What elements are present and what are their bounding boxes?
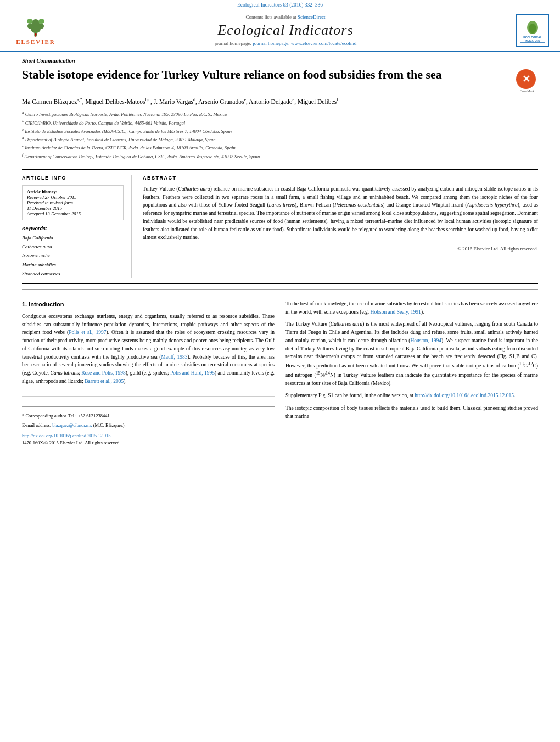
journal-logo-right: ECOLOGICAL INDICATORS [511, 14, 549, 47]
email-label: E-mail address: [22, 422, 51, 428]
elsevier-tree-icon [19, 15, 52, 37]
journal-homepage-line: journal homepage: journal homepage: www.… [60, 41, 511, 46]
houston-1994-link[interactable]: Houston, 1994 [410, 338, 441, 343]
author-email-link[interactable]: blazquez@cibnor.mx [52, 422, 92, 428]
corresponding-asterisk: * [22, 413, 25, 419]
svg-text:INDICATORS: INDICATORS [525, 40, 540, 42]
crossmark-badge: ✕ CrossMark [516, 69, 538, 91]
article-title: Stable isotope evidence for Turkey Vultu… [22, 67, 442, 83]
column-left: 1. Introduction Contiguous ecosystems ex… [22, 300, 275, 449]
journal-logo-icon: ECOLOGICAL INDICATORS [520, 18, 545, 43]
abstract-heading: ABSTRACT [143, 175, 538, 181]
intro-paragraph-2: To the best of our knowledge, the use of… [285, 300, 538, 316]
doi-link-line: http://dx.doi.org/10.1016/j.ecolind.2015… [22, 432, 275, 439]
svg-point-4 [32, 19, 40, 26]
ecological-indicators-logo: ECOLOGICAL INDICATORS [516, 14, 549, 47]
section-divider [22, 289, 538, 290]
affiliation-b: b CIBIO/InBIO, Universidade do Porto, Ca… [22, 119, 538, 127]
article-title-row: Stable isotope evidence for Turkey Vultu… [22, 67, 538, 91]
sciencedirect-link[interactable]: ScienceDirect [298, 14, 325, 20]
history-label: Article history: [27, 189, 119, 194]
author-email-name: (M.C. Blázquez). [93, 422, 126, 428]
article-info-section: ARTICLE INFO Article history: Received 2… [22, 175, 132, 278]
intro-paragraph-3: The Turkey Vulture (Cathartes aura) is t… [285, 320, 538, 387]
journal-homepage-link[interactable]: journal homepage: www.elsevier.com/locat… [253, 41, 356, 46]
svg-text:ECOLOGICAL: ECOLOGICAL [523, 36, 541, 39]
svg-point-5 [27, 19, 33, 24]
article-info-abstract-section: ARTICLE INFO Article history: Received 2… [22, 169, 538, 284]
received-date: Received 27 October 2015 [27, 194, 119, 200]
accepted-date: Accepted 13 December 2015 [27, 211, 119, 216]
intro-paragraph-4: Supplementary Fig. S1 can be found, in t… [285, 392, 538, 400]
journal-title: Ecological Indicators [60, 22, 511, 38]
maulf-1983-link[interactable]: Maulf, 1983 [161, 354, 187, 360]
article-type-label: Short Communication [22, 58, 538, 64]
hobson-sealy-link[interactable]: Hobson and Sealy, 1991 [371, 309, 421, 315]
main-content: 1. Introduction Contiguous ecosystems ex… [22, 300, 538, 449]
doi-link[interactable]: http://dx.doi.org/10.1016/j.ecolind.2015… [22, 433, 111, 438]
affiliation-e: e Instituto Andaluz de Ciencias de la Ti… [22, 143, 538, 152]
contents-available-text: Contents lists available at ScienceDirec… [60, 14, 511, 20]
affiliations-section: a Centro Investigaciones Biológicas Noro… [22, 110, 538, 160]
polis-hurd-link[interactable]: Polis and Hurd, 1995 [170, 370, 215, 376]
svg-point-6 [38, 19, 44, 24]
intro-paragraph-1: Contiguous ecosystems exchange nutrients… [22, 313, 275, 385]
journal-center-header: Contents lists available at ScienceDirec… [60, 14, 511, 46]
corresponding-author-note: * Corresponding author. Tel.: +52 612123… [22, 412, 275, 420]
rose-polis-link[interactable]: Rose and Polis, 1998 [81, 370, 125, 376]
svg-point-11 [529, 24, 536, 34]
supplementary-link[interactable]: http://dx.doi.org/10.1016/j.ecolind.2015… [415, 393, 514, 398]
abstract-text: Turkey Vulture (Cathartes aura) reliance… [143, 185, 538, 242]
affiliation-a: a Centro Investigaciones Biológicas Noro… [22, 110, 538, 118]
affiliation-d: d Department of Biología Animal, Faculta… [22, 135, 538, 143]
keywords-section: Keywords: Baja California Cathartes aura… [22, 226, 124, 278]
intro-paragraph-5: The isotopic composition of body tissues… [285, 404, 538, 420]
authors-line: Ma Carmen Blázqueza,*, Miguel Delibes-Ma… [22, 97, 538, 107]
crossmark-label: CrossMark [516, 90, 538, 93]
keyword-2: Cathartes aura [22, 242, 124, 251]
journal-reference: Ecological Indicators 63 (2016) 332–336 [237, 2, 323, 8]
column-right: To the best of our knowledge, the use of… [285, 300, 538, 449]
footer-divider [22, 406, 275, 407]
polis-1997-link[interactable]: Polis et al., 1997 [69, 330, 106, 335]
elsevier-wordmark: ELSEVIER [16, 38, 55, 45]
svg-point-7 [35, 33, 37, 35]
article-history-box: Article history: Received 27 October 201… [22, 185, 124, 220]
journal-reference-bar: Ecological Indicators 63 (2016) 332–336 [0, 0, 560, 9]
issn-line: 1470-160X/© 2015 Elsevier Ltd. All right… [22, 439, 275, 447]
keyword-4: Marine subsidies [22, 260, 124, 269]
elsevier-logo: ELSEVIER [11, 15, 60, 45]
keywords-label: Keywords: [22, 226, 124, 231]
affiliation-f: f Department of Conservation Biology, Es… [22, 152, 538, 160]
barrett-2005-link[interactable]: Barrett et al., 2005 [85, 378, 124, 384]
article-body: Short Communication Stable isotope evide… [0, 52, 560, 460]
email-footnote: E-mail address: blazquez@cibnor.mx (M.C.… [22, 422, 275, 429]
keyword-5: Stranded carcasses [22, 269, 124, 278]
copyright-notice: © 2015 Elsevier Ltd. All rights reserved… [143, 246, 538, 252]
affiliation-c: c Instituto de Estudios Sociales Avanzad… [22, 127, 538, 135]
article-info-heading: ARTICLE INFO [22, 175, 124, 181]
keyword-1: Baja California [22, 233, 124, 242]
received-revised-label: Received in revised form [27, 200, 119, 205]
keyword-3: Isotopic niche [22, 251, 124, 260]
journal-header: ELSEVIER Contents lists available at Sci… [0, 9, 560, 52]
crossmark-icon: ✕ [516, 69, 536, 89]
abstract-section: ABSTRACT Turkey Vulture (Cathartes aura)… [143, 175, 538, 278]
footer-section: * Corresponding author. Tel.: +52 612123… [22, 396, 275, 446]
revised-date: 11 December 2015 [27, 205, 119, 211]
intro-section-title: 1. Introduction [22, 300, 275, 309]
